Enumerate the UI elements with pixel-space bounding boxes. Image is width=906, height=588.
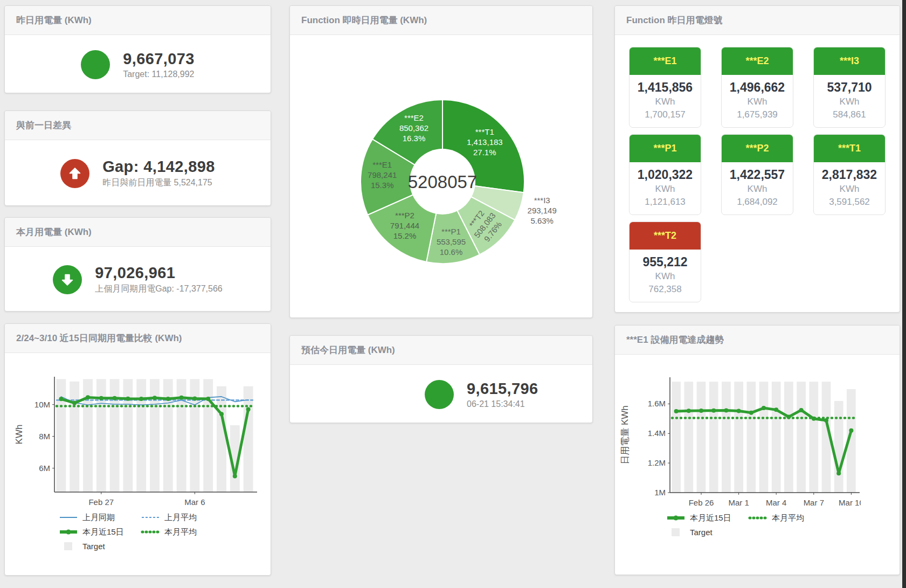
arrow-down-circle-icon (53, 265, 82, 294)
tile-unit: KWh (814, 96, 885, 107)
tile-target: 1,700,157 (630, 109, 701, 120)
svg-text:Feb 27: Feb 27 (88, 497, 114, 507)
tile-value: 537,710 (814, 80, 885, 95)
card-title: 昨日用電量 (KWh) (5, 6, 271, 35)
device-status-tile-P1: ***P11,020,322KWh1,121,613 (629, 134, 701, 215)
legend-item[interactable]: 本月平均 (141, 527, 223, 537)
comparison-chart[interactable]: 6M8M10MFeb 27Mar 6KWh (5, 353, 271, 510)
chart-svg[interactable]: 1M1.2M1.4M1.6MFeb 26Mar 1Mar 4Mar 7Mar 1… (620, 373, 861, 509)
legend-item[interactable]: 本月近15日 (59, 527, 141, 537)
chart-svg[interactable]: 6M8M10MFeb 27Mar 6KWh (15, 372, 258, 508)
arrow-down-icon (60, 272, 75, 287)
tile-unit: KWh (630, 184, 701, 195)
card-title: 預估今日用電量 (KWh) (290, 336, 592, 365)
scrollbar[interactable] (902, 0, 906, 588)
energy-dashboard: 昨日用電量 (KWh) 9,667,073 Target: 11,128,992… (0, 0, 906, 576)
card-e1-trend: ***E1 設備用電達成趨勢 1M1.2M1.4M1.6MFeb 26Mar 1… (614, 325, 900, 575)
card-title: 與前一日差異 (5, 111, 271, 140)
tile-header: ***T2 (630, 222, 701, 250)
tile-unit: KWh (630, 96, 701, 107)
svg-text:Mar 4: Mar 4 (766, 498, 786, 507)
svg-text:***I3293,1495.63%: ***I3293,1495.63% (528, 196, 557, 225)
card-status-lights: Function 昨日用電燈號 ***E11,415,856KWh1,700,1… (614, 5, 900, 313)
comparison-chart-legend: 上月同期上月平均本月近15日本月平均Target (59, 513, 271, 551)
legend-item[interactable]: 上月平均 (141, 513, 223, 523)
tile-unit: KWh (722, 184, 793, 195)
legend-label: 本月近15日 (690, 513, 731, 523)
month-usage-value: 97,026,961 (95, 264, 223, 282)
legend-item[interactable]: Target (59, 542, 141, 551)
device-status-tile-T1: ***T12,817,832KWh3,591,562 (813, 134, 886, 215)
donut-center-total: 5208057 (408, 172, 477, 192)
card-title: Function 昨日用電燈號 (615, 6, 900, 35)
legend-item[interactable]: 本月近15日 (666, 513, 748, 523)
gap-value: Gap: 4,142,898 (102, 158, 215, 176)
tile-header: ***E1 (630, 47, 701, 75)
legend-label: Target (690, 528, 713, 537)
donut-chart[interactable]: ***T11,413,18327.1%***I3293,1495.63%***T… (290, 35, 592, 319)
card-title: ***E1 設備用電達成趨勢 (615, 326, 900, 355)
svg-text:8M: 8M (39, 432, 50, 441)
tile-target: 3,591,562 (814, 197, 885, 207)
legend-item[interactable]: 本月平均 (748, 513, 830, 523)
tile-unit: KWh (630, 271, 701, 282)
tile-header: ***E2 (722, 47, 793, 75)
svg-text:KWh: KWh (15, 425, 24, 445)
tile-value: 1,496,662 (722, 80, 793, 95)
tile-unit: KWh (722, 96, 793, 107)
tile-target: 762,358 (630, 284, 701, 295)
card-15day-comparison: 2/24~3/10 近15日同期用電量比較 (KWh) 6M8M10MFeb 2… (4, 323, 271, 576)
svg-text:10M: 10M (34, 400, 50, 409)
svg-text:1.4M: 1.4M (648, 428, 666, 438)
legend-label: 上月平均 (164, 513, 197, 523)
legend-item[interactable]: Target (666, 528, 748, 537)
svg-text:Mar 6: Mar 6 (184, 497, 205, 507)
tile-unit: KWh (814, 184, 885, 195)
legend-label: 本月近15日 (82, 527, 124, 537)
estimate-timestamp: 06-21 15:34:41 (467, 399, 538, 409)
svg-text:日用電量 KWh: 日用電量 KWh (620, 405, 630, 465)
device-status-tile-P2: ***P21,422,557KWh1,684,092 (721, 134, 793, 215)
device-status-tiles: ***E11,415,856KWh1,700,157***E21,496,662… (615, 35, 900, 313)
card-realtime-donut: Function 即時日用電量 (KWh) ***T11,413,18327.1… (289, 5, 593, 318)
card-estimate-today: 預估今日用電量 (KWh) 9,615,796 06-21 15:34:41 (289, 335, 593, 423)
tile-header: ***T1 (814, 135, 885, 162)
legend-item[interactable]: 上月同期 (59, 513, 141, 523)
gap-subtitle: 昨日與前日用電量 5,524,175 (102, 177, 215, 189)
tile-value: 1,415,856 (630, 80, 701, 95)
svg-text:1.2M: 1.2M (648, 458, 666, 467)
yesterday-usage-value: 9,667,073 (123, 50, 195, 68)
svg-text:Mar 7: Mar 7 (804, 498, 824, 507)
status-circle-icon (81, 50, 110, 79)
tile-header: ***I3 (814, 47, 885, 75)
trend-chart[interactable]: 1M1.2M1.4M1.6MFeb 26Mar 1Mar 4Mar 7Mar 1… (615, 355, 900, 511)
card-title: 2/24~3/10 近15日同期用電量比較 (KWh) (5, 324, 271, 353)
tile-header: ***P2 (722, 135, 793, 162)
yesterday-usage-target: Target: 11,128,992 (123, 70, 195, 79)
card-yesterday-usage: 昨日用電量 (KWh) 9,667,073 Target: 11,128,992 (4, 5, 271, 93)
device-status-tile-E2: ***E21,496,662KWh1,675,939 (721, 47, 793, 128)
svg-text:6M: 6M (39, 464, 50, 473)
card-title: 本月用電量 (KWh) (5, 218, 271, 247)
svg-text:Mar 10: Mar 10 (839, 498, 861, 507)
svg-text:1M: 1M (654, 488, 666, 497)
svg-text:1.6M: 1.6M (648, 399, 666, 408)
tile-value: 1,020,322 (630, 168, 701, 182)
middle-column: Function 即時日用電量 (KWh) ***T11,413,18327.1… (289, 0, 593, 576)
right-column: Function 昨日用電燈號 ***E11,415,856KWh1,700,1… (614, 0, 900, 576)
card-title: Function 即時日用電量 (KWh) (290, 6, 592, 35)
svg-text:Mar 1: Mar 1 (728, 498, 749, 507)
tile-target: 1,684,092 (722, 197, 793, 207)
tile-value: 955,212 (630, 255, 701, 269)
donut-svg[interactable]: ***T11,413,18327.1%***I3293,1495.63%***T… (290, 35, 592, 315)
tile-value: 2,817,832 (814, 168, 885, 182)
device-status-tile-T2: ***T2955,212KWh762,358 (629, 222, 701, 302)
month-usage-gap: 上個月同期用電Gap: -17,377,566 (95, 283, 223, 295)
tile-header: ***P1 (630, 135, 701, 162)
estimate-value: 9,615,796 (467, 380, 538, 398)
svg-text:Feb 26: Feb 26 (689, 498, 714, 507)
left-column: 昨日用電量 (KWh) 9,667,073 Target: 11,128,992… (4, 0, 271, 576)
status-circle-icon (425, 380, 454, 409)
device-status-tile-E1: ***E11,415,856KWh1,700,157 (629, 47, 701, 128)
legend-label: 上月同期 (82, 513, 115, 523)
